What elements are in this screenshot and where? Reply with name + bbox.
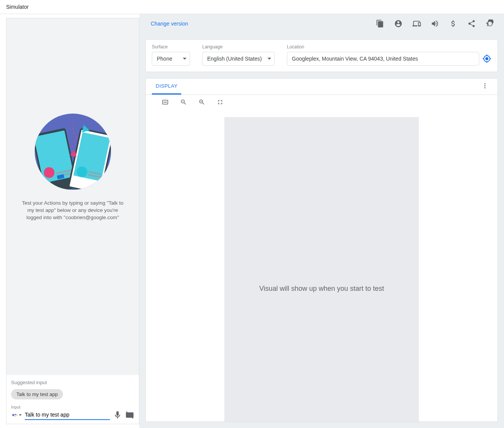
refresh-icon[interactable] (486, 19, 494, 28)
svg-point-11 (166, 102, 166, 102)
more-options-icon[interactable] (478, 79, 491, 94)
chevron-down-icon (267, 58, 271, 60)
fit-screen-icon[interactable] (162, 99, 169, 106)
zoom-in-icon[interactable] (198, 99, 205, 106)
test-settings-bar: Surface Phone Language English (United S… (145, 39, 498, 72)
fullscreen-icon[interactable] (217, 99, 224, 106)
language-select[interactable]: English (United States) (202, 52, 275, 66)
user-input[interactable] (25, 410, 110, 420)
language-label: Language (202, 44, 275, 50)
location-input[interactable] (287, 52, 479, 66)
change-version-link[interactable]: Change version (145, 21, 188, 27)
svg-point-10 (165, 102, 165, 102)
gps-locate-icon[interactable] (482, 54, 491, 63)
display-canvas[interactable]: Visual will show up when you start to te… (146, 109, 498, 422)
input-mode-toggle[interactable] (11, 412, 22, 418)
location-label: Location (287, 44, 491, 50)
input-section: Input (6, 402, 139, 424)
share-icon[interactable] (467, 19, 476, 28)
devices-icon[interactable] (412, 19, 421, 28)
svg-point-7 (485, 87, 486, 88)
surface-select[interactable]: Phone (152, 52, 190, 66)
mic-icon[interactable] (113, 410, 122, 420)
display-panel: DISPLAY Visual will show up when you sta… (145, 78, 498, 422)
account-icon[interactable] (394, 19, 403, 28)
keyboard-off-icon[interactable] (125, 410, 134, 420)
surface-label: Surface (152, 44, 190, 50)
page-title: Simulator (0, 0, 504, 14)
tab-display[interactable]: DISPLAY (152, 79, 181, 95)
hero: ·· · · ··· Test your Actions by typing o… (6, 18, 139, 375)
svg-point-0 (12, 414, 14, 416)
language-value: English (United States) (207, 56, 262, 62)
copy-icon[interactable] (376, 19, 384, 28)
device-preview: Visual will show up when you start to te… (224, 117, 419, 422)
svg-point-2 (15, 416, 16, 417)
right-panel: Change version Surface Phone (139, 14, 504, 428)
svg-point-9 (164, 102, 164, 102)
volume-icon[interactable] (431, 19, 439, 28)
monetization-icon[interactable] (449, 19, 457, 28)
svg-point-1 (15, 414, 16, 415)
suggestion-chip[interactable]: Talk to my test app (11, 389, 63, 399)
suggested-input-label: Suggested input (11, 380, 134, 385)
svg-point-5 (485, 83, 486, 84)
svg-point-6 (485, 85, 486, 87)
zoom-out-icon[interactable] (180, 99, 187, 106)
chevron-down-icon (183, 58, 187, 60)
display-placeholder-text: Visual will show up when you start to te… (259, 285, 384, 293)
hero-text: Test your Actions by typing or saying "T… (19, 200, 126, 221)
svg-point-3 (17, 415, 18, 416)
surface-value: Phone (157, 56, 172, 62)
conversation-panel: ·· · · ··· Test your Actions by typing o… (6, 18, 139, 424)
hero-illustration: ·· · · ··· (35, 114, 111, 190)
input-label: Input (11, 405, 134, 409)
suggested-input-section: Suggested input Talk to my test app (6, 375, 139, 402)
